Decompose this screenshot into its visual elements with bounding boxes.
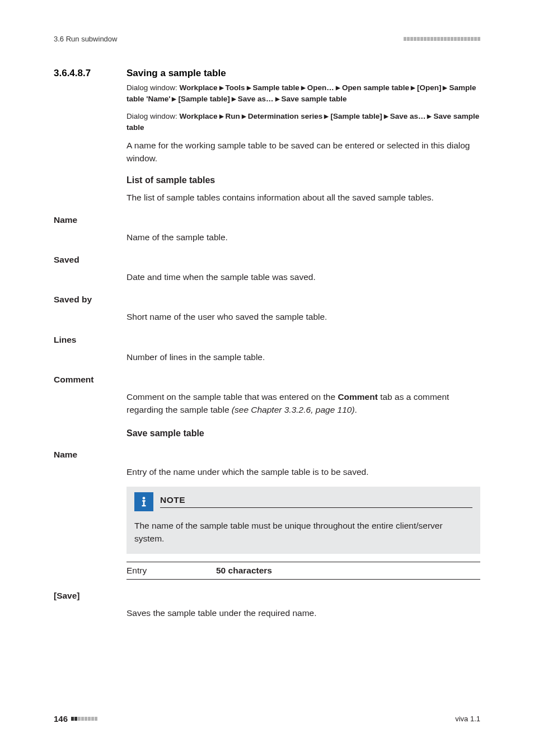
running-header: 3.6 Run subwindow: [54, 35, 117, 43]
field-term-name: Name: [54, 215, 480, 225]
save-heading: Save sample table: [127, 428, 480, 438]
footer-ornament: [71, 717, 97, 721]
field-term-save-name: Name: [54, 450, 480, 460]
entry-constraint: Entry 50 characters: [127, 562, 480, 580]
section-title: Saving a sample table: [127, 68, 226, 79]
header-ornament: [404, 37, 480, 41]
note-body: The name of the sample table must be uni…: [127, 515, 480, 554]
field-term-save-button: [Save]: [54, 591, 480, 601]
field-term-savedby: Saved by: [54, 295, 480, 305]
field-term-saved: Saved: [54, 255, 480, 265]
field-desc: Short name of the user who saved the sam…: [127, 310, 480, 323]
footer-version: viva 1.1: [455, 715, 480, 723]
svg-point-0: [143, 497, 146, 500]
entry-value: 50 characters: [216, 566, 272, 576]
field-term-comment: Comment: [54, 375, 480, 385]
breadcrumb-label: Dialog window:: [127, 112, 180, 120]
svg-rect-3: [142, 505, 146, 506]
breadcrumb: Dialog window: Workplace▶Tools▶Sample ta…: [127, 82, 480, 105]
note-box: NOTE The name of the sample table must b…: [127, 487, 480, 554]
intro-paragraph: A name for the working sample table to b…: [127, 139, 480, 165]
field-desc: Entry of the name under which the sample…: [127, 465, 480, 478]
list-heading: List of sample tables: [127, 175, 480, 185]
field-term-lines: Lines: [54, 335, 480, 345]
field-desc: Name of the sample table.: [127, 231, 480, 244]
svg-rect-2: [143, 500, 145, 506]
field-desc: Comment on the sample table that was ent…: [127, 390, 480, 417]
breadcrumb-label: Dialog window:: [127, 83, 180, 92]
info-icon: [134, 492, 153, 511]
breadcrumb: Dialog window: Workplace▶Run▶Determinati…: [127, 111, 480, 134]
field-desc: Number of lines in the sample table.: [127, 351, 480, 363]
entry-label: Entry: [127, 566, 216, 576]
page-number: 146: [54, 714, 68, 724]
note-title: NOTE: [160, 495, 472, 508]
section-number: 3.6.4.8.7: [54, 68, 127, 79]
list-description: The list of sample tables contains infor…: [127, 191, 480, 204]
field-desc: Date and time when the sample table was …: [127, 270, 480, 283]
field-desc: Saves the sample table under the require…: [127, 606, 480, 619]
